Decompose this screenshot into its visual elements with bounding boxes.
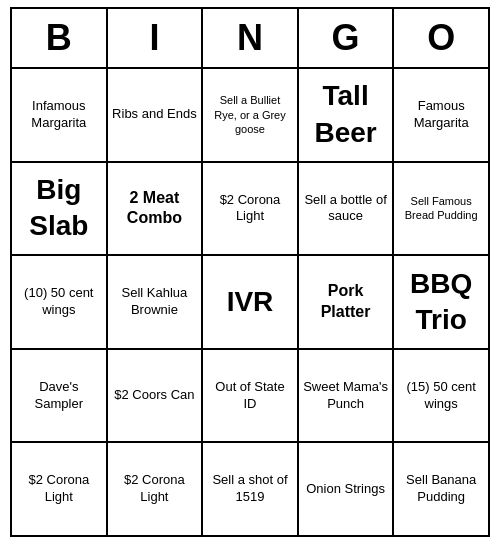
bingo-cell-3-2: Out of State ID bbox=[203, 350, 299, 442]
bingo-cell-4-0: $2 Corona Light bbox=[12, 443, 108, 535]
bingo-cell-0-1: Ribs and Ends bbox=[108, 69, 204, 161]
bingo-row-4: $2 Corona Light$2 Corona LightSell a sho… bbox=[12, 443, 488, 535]
bingo-cell-2-2: IVR bbox=[203, 256, 299, 348]
bingo-cell-0-0: Infamous Margarita bbox=[12, 69, 108, 161]
bingo-row-1: Big Slab2 Meat Combo$2 Corona LightSell … bbox=[12, 163, 488, 257]
header-letter-g: G bbox=[299, 9, 395, 67]
bingo-cell-1-2: $2 Corona Light bbox=[203, 163, 299, 255]
bingo-cell-1-0: Big Slab bbox=[12, 163, 108, 255]
header-letter-n: N bbox=[203, 9, 299, 67]
bingo-cell-2-4: BBQ Trio bbox=[394, 256, 488, 348]
bingo-body: Infamous MargaritaRibs and EndsSell a Bu… bbox=[12, 69, 488, 535]
header-letter-b: B bbox=[12, 9, 108, 67]
bingo-card: BINGO Infamous MargaritaRibs and EndsSel… bbox=[10, 7, 490, 537]
bingo-cell-0-4: Famous Margarita bbox=[394, 69, 488, 161]
bingo-row-2: (10) 50 cent wingsSell Kahlua BrownieIVR… bbox=[12, 256, 488, 350]
bingo-cell-3-1: $2 Coors Can bbox=[108, 350, 204, 442]
bingo-cell-0-3: Tall Beer bbox=[299, 69, 395, 161]
bingo-cell-2-1: Sell Kahlua Brownie bbox=[108, 256, 204, 348]
bingo-cell-4-2: Sell a shot of 1519 bbox=[203, 443, 299, 535]
bingo-cell-2-0: (10) 50 cent wings bbox=[12, 256, 108, 348]
bingo-cell-4-3: Onion Strings bbox=[299, 443, 395, 535]
bingo-cell-1-4: Sell Famous Bread Pudding bbox=[394, 163, 488, 255]
bingo-cell-2-3: Pork Platter bbox=[299, 256, 395, 348]
bingo-header: BINGO bbox=[12, 9, 488, 69]
bingo-cell-4-4: Sell Banana Pudding bbox=[394, 443, 488, 535]
header-letter-i: I bbox=[108, 9, 204, 67]
bingo-row-3: Dave's Sampler$2 Coors CanOut of State I… bbox=[12, 350, 488, 444]
bingo-row-0: Infamous MargaritaRibs and EndsSell a Bu… bbox=[12, 69, 488, 163]
bingo-cell-0-2: Sell a Bulliet Rye, or a Grey goose bbox=[203, 69, 299, 161]
bingo-cell-3-3: Sweet Mama's Punch bbox=[299, 350, 395, 442]
bingo-cell-4-1: $2 Corona Light bbox=[108, 443, 204, 535]
bingo-cell-3-0: Dave's Sampler bbox=[12, 350, 108, 442]
header-letter-o: O bbox=[394, 9, 488, 67]
bingo-cell-3-4: (15) 50 cent wings bbox=[394, 350, 488, 442]
bingo-cell-1-1: 2 Meat Combo bbox=[108, 163, 204, 255]
bingo-cell-1-3: Sell a bottle of sauce bbox=[299, 163, 395, 255]
